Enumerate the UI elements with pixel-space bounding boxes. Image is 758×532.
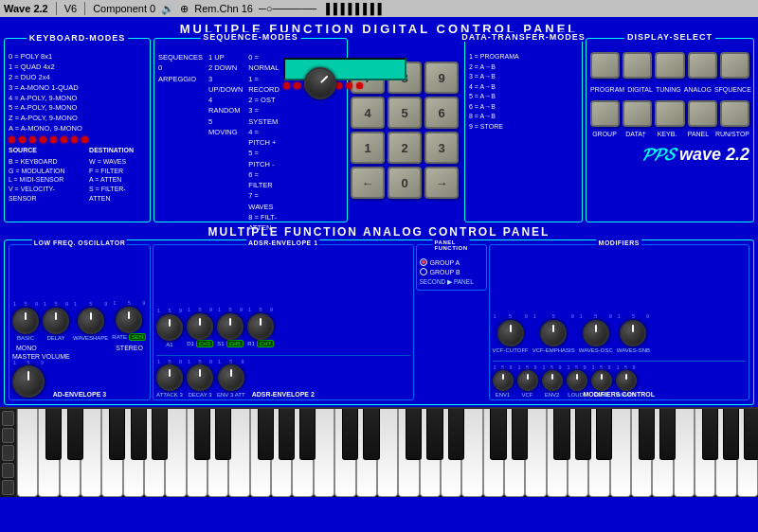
lfo-rate-knob[interactable]	[116, 307, 142, 333]
ds-btn-analog[interactable]	[688, 52, 717, 79]
key-c1[interactable]	[17, 409, 38, 497]
group-a-radio[interactable]	[420, 258, 427, 266]
key-f2[interactable]	[228, 409, 249, 497]
adsr2-bottom-label: ADSR-ENVELOPE 2	[252, 391, 315, 398]
ds-btn-tuning[interactable]	[655, 52, 684, 79]
led-row	[9, 136, 146, 143]
led-2	[19, 136, 26, 143]
key-c5[interactable]	[610, 409, 631, 497]
key-gs1[interactable]	[131, 409, 147, 460]
lfo-waveshape-knob[interactable]	[78, 308, 104, 334]
lfo-delay-knob[interactable]	[43, 308, 69, 334]
key-ds3[interactable]	[363, 409, 379, 460]
r1-knob[interactable]	[247, 313, 274, 340]
key-ds4[interactable]	[512, 409, 528, 460]
oct-btn-5[interactable]	[2, 480, 14, 495]
oct-btn-1[interactable]	[2, 411, 14, 426]
ds-btn-keyb[interactable]	[655, 100, 684, 127]
key-f5[interactable]	[674, 409, 695, 497]
loud-knob[interactable]	[567, 370, 587, 391]
ds-lbl-tuning: TUNING	[656, 86, 681, 93]
seq-line: 4 RANDOM	[208, 95, 243, 116]
led-seq-7	[346, 82, 352, 89]
seq-line: 3 = SYSTEM	[248, 105, 280, 127]
ds-btn-runstop[interactable]	[720, 100, 749, 127]
key-as2[interactable]	[299, 409, 316, 460]
ds-btn-digital[interactable]	[623, 52, 652, 79]
src-line: V = VELOCITY-SENSOR	[9, 185, 81, 204]
src-label-header: SOURCE	[9, 146, 81, 155]
numpad-right[interactable]: →	[424, 167, 459, 199]
ds-btn-program[interactable]	[590, 52, 620, 79]
env3att-knob[interactable]	[218, 364, 244, 391]
key-as5[interactable]	[744, 409, 758, 460]
master-volume-knob[interactable]	[12, 365, 45, 398]
level-icon: ─○──────	[259, 3, 316, 14]
key-as4[interactable]	[596, 409, 612, 460]
oct-btn-4[interactable]	[2, 463, 14, 478]
pf-row-a: GROUP A	[420, 258, 483, 266]
key-fs3[interactable]	[406, 409, 422, 460]
lfo-basic-label: BASIC	[17, 335, 34, 341]
key-cs3[interactable]	[342, 409, 358, 460]
tempo-knob[interactable]	[298, 61, 343, 106]
ds-btn-sfquence[interactable]	[720, 52, 749, 79]
key-gs2[interactable]	[279, 409, 295, 460]
key-fs5[interactable]	[702, 409, 718, 460]
waves-snb-knob[interactable]	[620, 320, 646, 346]
numpad-3[interactable]: 3	[424, 132, 459, 164]
mod-ctrl-bottom-label: MODIFIERS CONTROL	[584, 391, 655, 398]
s1-knob[interactable]	[217, 313, 244, 340]
oct-btn-3[interactable]	[2, 445, 14, 460]
ds-btn-panel[interactable]	[688, 100, 717, 127]
vcf2-knob[interactable]	[517, 370, 538, 391]
key-cs1[interactable]	[45, 409, 62, 460]
key-gs5[interactable]	[723, 409, 739, 460]
decay3-knob[interactable]	[187, 364, 213, 391]
key-fs1[interactable]	[109, 409, 125, 460]
ds-btn-group[interactable]	[590, 100, 620, 127]
vcf-emphasis-knob[interactable]	[540, 320, 567, 346]
led-7	[71, 136, 78, 143]
display-select-grid-1	[590, 52, 749, 79]
display-select-labels-2: GROUP DATA† KEYB. PANEL RUN/STOP	[590, 129, 749, 137]
vcf-cutoff-knob[interactable]	[497, 320, 524, 346]
ds-btn-datat[interactable]	[623, 100, 652, 127]
key-cs5[interactable]	[639, 409, 655, 460]
key-fs4[interactable]	[553, 409, 569, 460]
key-f1[interactable]	[81, 409, 101, 497]
key-ds2[interactable]	[215, 409, 231, 460]
key-c2[interactable]	[165, 409, 186, 497]
seq-line: 7 = WAVES	[248, 190, 280, 212]
env1b-knob[interactable]	[591, 370, 612, 391]
numpad-6[interactable]: 6	[424, 97, 459, 129]
key-gs4[interactable]	[575, 409, 591, 460]
numpad-9[interactable]: 9	[424, 62, 459, 94]
waves-osc-knob[interactable]	[583, 320, 609, 346]
key-ds1[interactable]	[67, 409, 83, 460]
key-as1[interactable]	[152, 409, 168, 460]
d1-knob[interactable]	[187, 313, 213, 340]
key-as3[interactable]	[448, 409, 464, 460]
key-ds5[interactable]	[659, 409, 676, 460]
waves-knob[interactable]	[616, 370, 637, 391]
key-cs4[interactable]	[490, 409, 506, 460]
env1-knob[interactable]	[493, 370, 514, 391]
env2-knob[interactable]	[542, 370, 563, 391]
key-f4[interactable]	[525, 409, 546, 497]
top-section: KEYBOARD-MODES 0 = POLY 8x1 1 = QUAD 4x2…	[4, 38, 754, 222]
a1-knob[interactable]	[156, 314, 183, 341]
key-cs2[interactable]	[194, 409, 210, 460]
key-fs2[interactable]	[258, 409, 274, 460]
key-c3[interactable]	[314, 409, 334, 497]
attack3-knob[interactable]	[156, 364, 183, 391]
key-c4[interactable]	[461, 409, 482, 497]
oct-btn-2[interactable]	[2, 428, 14, 443]
key-gs3[interactable]	[426, 409, 442, 460]
group-b-radio[interactable]	[420, 268, 427, 275]
ds-lbl-digital: DIGITAL	[627, 86, 653, 93]
key-f3[interactable]	[377, 409, 398, 497]
lfo-basic-knob[interactable]	[12, 308, 39, 334]
second-panel-label: SECOND ▶ PANEL	[420, 278, 483, 286]
adsr1-label: ADSR-ENVELOPE 1	[246, 239, 320, 246]
